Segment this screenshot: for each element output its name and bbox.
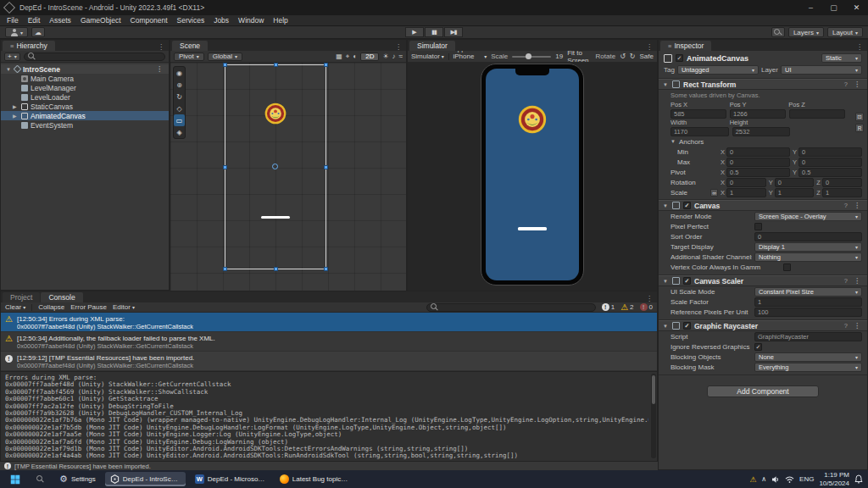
play-button[interactable]: ▶ <box>405 27 424 37</box>
layer-dropdown[interactable]: UI ▾ <box>781 65 862 75</box>
rotation-z-field[interactable]: 0 <box>822 178 862 187</box>
device-dropdown[interactable]: Apple iPhone 12 ▾ <box>453 51 487 63</box>
anchor-max-y-field[interactable]: 0 <box>798 158 862 167</box>
safe-area-toggle[interactable]: Safe <box>640 53 654 60</box>
account-button[interactable]: ▾ <box>5 27 28 37</box>
scene-options-icon[interactable]: ⋮ <box>153 65 165 73</box>
minimize-button[interactable]: – <box>799 0 822 15</box>
ignore-reversed-checkbox[interactable]: ✓ <box>754 343 762 351</box>
rect-handle-top[interactable] <box>274 63 278 67</box>
taskbar-app-settings[interactable]: ⚙ Settings <box>54 472 101 486</box>
taskbar-clock[interactable]: 1:19 PM 10/5/2024 <box>819 471 849 488</box>
anchor-min-y-field[interactable]: 0 <box>798 147 862 157</box>
foldout-icon[interactable]: ▼ <box>663 279 669 284</box>
rect-handle-bottom-left[interactable] <box>223 267 227 271</box>
messages-filter-toggle[interactable]: ! 1 <box>602 303 615 311</box>
scale-slider[interactable] <box>512 56 551 58</box>
shader-channels-dropdown[interactable]: Nothing ▾ <box>754 252 862 262</box>
rect-handle-right[interactable] <box>324 165 328 169</box>
rect-handle-top-right[interactable] <box>324 63 328 67</box>
foldout-icon[interactable]: ▼ <box>6 67 12 72</box>
console-entry[interactable]: ! [12:59:12] [TMP Essential Resources] h… <box>1 352 657 371</box>
search-everything-button[interactable] <box>771 27 785 37</box>
warnings-filter-toggle[interactable]: ⚠ 2 <box>620 303 633 312</box>
menu-component[interactable]: Component <box>131 16 168 25</box>
blueprint-mode-button[interactable]: ⊡ <box>855 113 864 121</box>
2d-toggle-button[interactable]: 2D <box>360 53 379 61</box>
errors-filter-toggle[interactable]: ! 0 <box>640 303 653 311</box>
scale-slider-knob[interactable] <box>526 53 531 59</box>
ref-ppu-field[interactable]: 100 <box>754 308 862 317</box>
canvas-header[interactable]: ▼ ✓ Canvas ? ⋮ <box>659 200 867 211</box>
canvas-enabled-checkbox[interactable]: ✓ <box>683 202 691 209</box>
menu-jobs[interactable]: Jobs <box>214 16 229 25</box>
rect-tool-button[interactable]: ▭ <box>174 114 185 126</box>
rect-handle-top-left[interactable] <box>223 63 227 67</box>
menu-assets[interactable]: Assets <box>49 16 71 25</box>
scene-viewport[interactable]: ◉ ⊕ ↻ ◇ ▭ ◈ <box>170 63 406 291</box>
move-tool-button[interactable]: ⊕ <box>174 79 185 91</box>
rect-handle-bottom-right[interactable] <box>324 267 328 271</box>
blocking-objects-dropdown[interactable]: None ▾ <box>754 352 862 362</box>
console-detail-pane[interactable]: Errors during XML parse: 0x00007ff7aabef… <box>1 371 657 461</box>
tab-simulator[interactable]: Simulator <box>409 41 455 51</box>
panel-menu-icon[interactable]: ⋮ <box>854 43 865 51</box>
panel-menu-icon[interactable]: ⋮ <box>643 43 655 51</box>
menu-edit[interactable]: Edit <box>28 16 41 25</box>
rect-handle-bottom[interactable] <box>274 267 278 271</box>
scale-y-field[interactable]: 1 <box>775 188 815 197</box>
menu-help[interactable]: Help <box>273 16 287 25</box>
layers-dropdown[interactable]: Layers ▾ <box>788 27 824 37</box>
hierarchy-item-staticcanvas[interactable]: ▶ StaticCanvas <box>1 102 169 111</box>
help-icon[interactable]: ? <box>844 277 848 285</box>
help-icon[interactable]: ? <box>844 322 848 330</box>
grid-toggle-icon[interactable]: ▦ <box>336 53 342 60</box>
view-tool-button[interactable]: ◉ <box>174 67 185 79</box>
start-button[interactable] <box>5 472 25 486</box>
hierarchy-item-main-camera[interactable]: Main Camera <box>1 74 169 83</box>
component-menu-icon[interactable]: ⋮ <box>851 202 863 209</box>
pause-button[interactable]: ▮▮ <box>425 27 443 37</box>
hierarchy-item-eventsystem[interactable]: EventSystem <box>1 120 169 130</box>
hierarchy-item-levelmanager[interactable]: LevelManager <box>1 83 169 92</box>
t ab-console[interactable]: Console <box>41 292 82 302</box>
rotate-tool-button[interactable]: ↻ <box>174 91 185 103</box>
rect-handle-left[interactable] <box>223 165 227 169</box>
notification-bell-icon[interactable] <box>854 474 863 484</box>
scale-x-field[interactable]: 1 <box>726 188 766 197</box>
foldout-icon[interactable]: ▼ <box>663 324 669 329</box>
canvas-scaler-header[interactable]: ▼ ✓ Canvas Scaler ? ⋮ <box>659 275 867 286</box>
scrollbar-thumb[interactable] <box>652 375 655 404</box>
tag-dropdown[interactable]: Untagged ▾ <box>677 65 759 75</box>
hierarchy-search-input[interactable] <box>38 53 161 60</box>
script-field[interactable]: GraphicRaycaster <box>754 332 862 341</box>
console-entry[interactable]: ⚠ [12:50:34] Errors during XML parse: 0x… <box>1 313 657 332</box>
create-object-button[interactable]: + ▾ <box>4 53 20 61</box>
cloud-services-button[interactable]: ☁ <box>31 27 45 37</box>
taskbar-app-firefox[interactable]: Latest Bug topics - ... <box>275 472 355 486</box>
panel-menu-icon[interactable]: ⋮ <box>155 43 167 51</box>
effects-toggle-icon[interactable]: ≈ <box>399 53 403 60</box>
editor-dropdown[interactable]: Editor ▾ <box>113 303 135 311</box>
collapse-toggle[interactable]: Collapse <box>38 303 64 311</box>
draw-mode-icon[interactable]: ◐ <box>353 53 357 60</box>
menu-file[interactable]: File <box>7 16 19 25</box>
clear-button[interactable]: Clear ▾ <box>5 303 25 311</box>
static-dropdown[interactable]: Static ▾ <box>821 53 862 63</box>
hierarchy-item-levelloader[interactable]: LevelLoader <box>1 92 169 102</box>
vertex-color-checkbox[interactable] <box>783 263 791 271</box>
rotate-cw-button[interactable]: ↻ <box>630 53 636 60</box>
hierarchy-scene-row[interactable]: ▼ IntroScene ⋮ <box>1 64 169 74</box>
anchors-foldout-row[interactable]: ▼ Anchors <box>659 136 867 147</box>
hierarchy-item-animatedcanvas[interactable]: ▶ AnimatedCanvas <box>1 111 169 120</box>
rect-pivot-handle[interactable] <box>272 164 278 169</box>
tab-hierarchy[interactable]: ≡ Hierarchy <box>3 41 55 51</box>
audio-toggle-icon[interactable]: ♪ <box>392 53 396 60</box>
foldout-icon[interactable]: ▶ <box>13 103 19 109</box>
rotation-y-field[interactable]: 0 <box>775 178 815 187</box>
fit-to-screen-button[interactable]: Fit to Screen <box>567 51 591 63</box>
foldout-icon[interactable]: ▼ <box>663 203 669 208</box>
transform-tool-button[interactable]: ◈ <box>174 126 185 138</box>
raw-edit-mode-button[interactable]: R <box>855 124 864 132</box>
menu-window[interactable]: Window <box>238 16 264 25</box>
